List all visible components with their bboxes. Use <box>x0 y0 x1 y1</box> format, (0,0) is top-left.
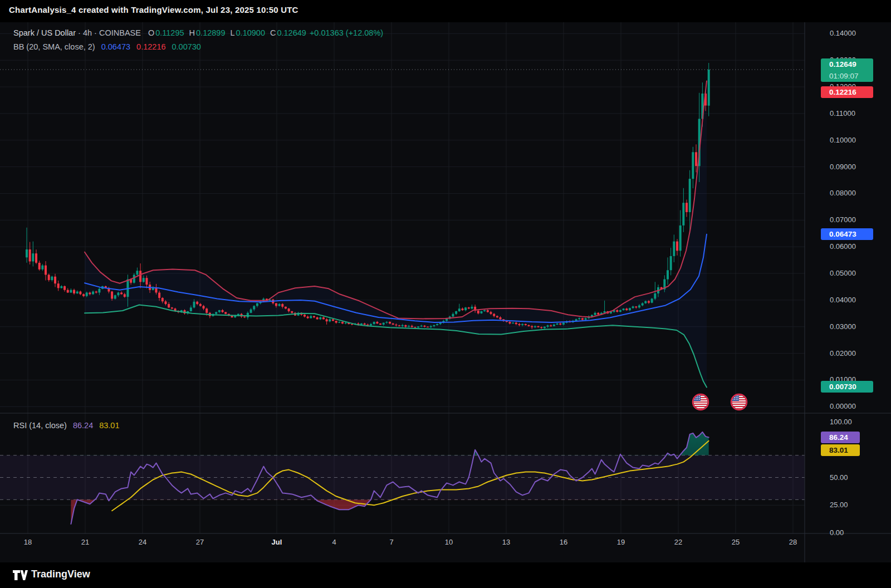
time-axis-label: 21 <box>74 538 96 546</box>
ohlc-key: C <box>270 28 276 37</box>
price-axis-label: 0.06000 <box>830 242 856 251</box>
bb-upper-badge: 0.12216 <box>821 86 873 98</box>
time-axis-label: 4 <box>323 538 345 546</box>
price-axis-label: 0.14000 <box>830 29 856 38</box>
bb-indicator-name[interactable]: BB (20, SMA, close, 2) <box>13 42 95 51</box>
interval-label[interactable]: 4h <box>83 28 92 37</box>
bb-fill-area <box>85 81 707 388</box>
time-axis-label: 10 <box>438 538 460 546</box>
price-axis-label: 0.08000 <box>830 189 856 198</box>
change-value: +0.01363 (+12.08%) <box>310 28 383 37</box>
indicator-value: 86.24 <box>73 421 93 430</box>
rsi-axis-label: 25.00 <box>830 501 848 509</box>
rsi-ma-badge: 83.01 <box>821 444 860 456</box>
rsi-badge: 86.24 <box>821 432 860 443</box>
ohlc-key: L <box>230 28 234 37</box>
bb-indicator-legend[interactable]: BB (20, SMA, close, 2)0.064730.122160.00… <box>13 42 201 51</box>
price-axis-label: 0.02000 <box>830 349 856 358</box>
ohlc-values: O0.11295H0.12899L0.10900C0.12649 <box>143 28 306 37</box>
indicator-value: 0.12216 <box>136 42 165 51</box>
time-axis-label: Jul <box>266 538 288 546</box>
us-flag-event-icon[interactable] <box>731 394 747 410</box>
time-axis-label: 25 <box>724 538 747 546</box>
rsi-axis-label: 100.00 <box>830 418 852 427</box>
bb-basis-badge: 0.06473 <box>821 228 873 240</box>
ohlc-value: 0.12649 <box>277 28 306 37</box>
price-axis-label: 0.07000 <box>830 215 856 224</box>
time-axis-label: 16 <box>552 538 575 546</box>
rsi-indicator-legend[interactable]: RSI (14, close)86.2483.01 <box>13 421 120 430</box>
time-axis-label: 27 <box>189 538 211 546</box>
ohlc-value: 0.12899 <box>196 28 225 37</box>
title-text: ChartAnalysis_4 created with TradingView… <box>9 5 298 14</box>
last-price-badge: 0.12649 01:09:07 <box>821 58 873 82</box>
price-axis-label: 0.04000 <box>830 296 856 305</box>
symbol-legend[interactable]: Spark / US Dollar · 4h · COINBASE O0.112… <box>13 28 383 37</box>
rsi-axis-label: 0.00 <box>830 528 844 537</box>
indicator-value: 0.00730 <box>172 42 201 51</box>
indicator-value: 0.06473 <box>101 42 130 51</box>
tradingview-chart-window: Spark / US Dollar · 4h · COINBASE O0.112… <box>0 0 891 588</box>
time-axis-label: 7 <box>380 538 403 546</box>
time-axis-label: 24 <box>131 538 154 546</box>
us-flag-event-icon[interactable] <box>693 394 708 410</box>
bb-lower-badge: 0.00730 <box>821 381 873 393</box>
rsi-indicator-name[interactable]: RSI (14, close) <box>13 421 67 430</box>
price-axis-label: 0.00000 <box>830 402 856 411</box>
tradingview-wordmark[interactable]: TradingView <box>31 569 90 580</box>
price-axis-label: 0.09000 <box>830 163 856 171</box>
price-axis-label: 0.05000 <box>830 269 856 278</box>
time-axis-label: 28 <box>782 538 804 546</box>
candlestick-series <box>26 63 710 329</box>
exchange-label: COINBASE <box>99 28 141 37</box>
ohlc-key: H <box>189 28 195 37</box>
time-axis-label: 22 <box>667 538 689 546</box>
ohlc-key: O <box>148 28 154 37</box>
indicator-value: 83.01 <box>99 421 119 430</box>
price-axis-label: 0.11000 <box>830 109 855 118</box>
chart-canvas[interactable] <box>0 0 891 588</box>
bb-indicator-values: 0.064730.122160.00730 <box>95 42 201 51</box>
time-axis-label: 19 <box>610 538 632 546</box>
title-bar: ChartAnalysis_4 created with TradingView… <box>0 0 891 22</box>
rsi-indicator-values: 86.2483.01 <box>67 421 120 430</box>
ohlc-value: 0.11295 <box>155 28 184 37</box>
time-axis-label: 18 <box>17 538 39 546</box>
bar-countdown: 01:09:07 <box>829 70 873 82</box>
price-axis-label: 0.10000 <box>830 136 856 145</box>
last-price-value: 0.12649 <box>829 58 873 70</box>
ohlc-value: 0.10900 <box>236 28 265 37</box>
symbol-title[interactable]: Spark / US Dollar <box>13 28 76 37</box>
tradingview-logo-icon[interactable] <box>12 569 28 582</box>
price-axis-label: 0.03000 <box>830 322 856 331</box>
bottom-bar: TradingView <box>0 562 891 588</box>
rsi-axis-label: 50.00 <box>830 473 848 482</box>
time-axis-label: 13 <box>495 538 517 546</box>
